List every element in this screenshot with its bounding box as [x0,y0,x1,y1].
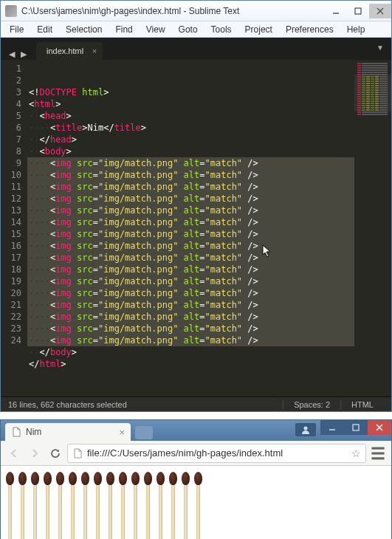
code-line[interactable]: ····<img·src="img/match.png"·alt="match"… [27,181,354,193]
code-line[interactable]: ····<img·src="img/match.png"·alt="match"… [27,240,354,252]
svg-point-4 [304,427,308,430]
line-number: 24 [1,334,21,346]
tab-history-forward-icon[interactable]: ▶ [18,49,29,60]
sublime-maximize-button[interactable] [347,4,369,18]
match-image [179,472,192,539]
line-number-gutter: 123456789101112131415161718192021222324 [1,60,27,396]
code-line[interactable]: ··<body> [27,145,354,157]
code-line[interactable]: ····<img·src="img/match.png"·alt="match"… [27,287,354,299]
code-line[interactable]: ····<img·src="img/match.png"·alt="match"… [27,228,354,240]
sublime-editor[interactable]: 123456789101112131415161718192021222324 … [1,60,391,396]
code-line[interactable]: ····<img·src="img/match.png"·alt="match"… [27,169,354,181]
code-line[interactable]: ··</body> [27,346,354,358]
code-line[interactable]: ····<img·src="img/match.png"·alt="match"… [27,216,354,228]
sublime-menubar: FileEditSelectionFindViewGotoToolsProjec… [1,21,391,38]
sublime-minimap[interactable] [354,60,391,396]
line-number: 23 [1,323,21,334]
line-number: 5 [1,110,21,122]
code-line[interactable]: ····<img·src="img/match.png"·alt="match"… [27,299,354,311]
sublime-title: C:\Users\james\nim\gh-pages\index.html -… [21,6,325,16]
line-number: 3 [1,86,21,98]
sublime-close-button[interactable] [369,4,391,18]
sublime-tab[interactable]: index.html × [36,42,103,60]
code-line[interactable]: </html> [27,358,354,370]
code-line[interactable]: <html> [27,98,354,110]
match-image [129,472,142,539]
menu-find[interactable]: Find [109,23,138,36]
menu-selection[interactable]: Selection [60,23,108,36]
chrome-maximize-button[interactable] [344,420,368,435]
line-number: 18 [1,264,21,275]
code-line[interactable]: ····<img·src="img/match.png"·alt="match"… [27,275,354,287]
status-spaces[interactable]: Spaces: 2 [283,400,340,409]
code-line[interactable]: ····<img·src="img/match.png"·alt="match"… [27,205,354,216]
line-number: 22 [1,311,21,323]
menu-tools[interactable]: Tools [205,23,238,36]
chrome-back-button[interactable] [5,444,23,462]
chrome-titlebar[interactable]: Nim × [1,420,391,441]
sublime-text-window: C:\Users\james\nim\gh-pages\index.html -… [0,0,392,412]
match-image [16,472,29,539]
code-line[interactable]: ····<img·src="img/match.png"·alt="match"… [27,264,354,275]
status-selection-info: 16 lines, 662 characters selected [8,400,283,409]
line-number: 13 [1,205,21,216]
chrome-menu-button[interactable] [369,444,387,462]
code-line[interactable]: ····<img src="img/match.png" alt="match"… [27,334,354,346]
tab-history-back-icon[interactable]: ◀ [7,49,17,60]
line-number: 16 [1,240,21,252]
tab-close-icon[interactable]: × [92,47,97,55]
match-image [154,472,167,539]
code-area[interactable]: <!DOCTYPE html><html>··<head>····<title>… [27,60,354,396]
page-favicon-icon [11,427,21,437]
line-number: 14 [1,216,21,228]
sublime-titlebar[interactable]: C:\Users\james\nim\gh-pages\index.html -… [1,1,391,21]
menu-project[interactable]: Project [239,23,278,36]
code-line[interactable]: ····<title>Nim</title> [27,122,354,134]
chrome-forward-button[interactable] [26,444,44,462]
line-number: 15 [1,228,21,240]
chrome-tab-close-icon[interactable]: × [119,427,125,438]
menu-help[interactable]: Help [341,23,371,36]
svg-rect-1 [355,8,361,14]
line-number: 12 [1,193,21,205]
chrome-reload-button[interactable] [47,444,64,462]
code-line[interactable]: ····<img·src="img/match.png"·alt="match"… [27,252,354,264]
line-number: 6 [1,122,21,134]
menu-edit[interactable]: Edit [31,23,58,36]
status-syntax[interactable]: HTML [340,400,384,409]
match-image [167,472,179,539]
match-image [4,472,16,539]
chrome-minimize-button[interactable] [320,420,344,435]
line-number: 20 [1,287,21,299]
sublime-app-icon [5,5,17,17]
code-line[interactable]: ····<img·src="img/match.png"·alt="match"… [27,323,354,334]
code-line[interactable]: ··</head> [27,134,354,145]
file-scheme-icon [72,448,83,459]
chrome-profile-button[interactable] [295,423,316,436]
code-line[interactable]: ····<img·src="img/match.png"·alt="match"… [27,157,354,169]
code-line[interactable]: <!DOCTYPE html> [27,86,354,98]
match-image [29,472,41,539]
chrome-bookmark-star-icon[interactable]: ☆ [351,447,361,459]
sublime-minimize-button[interactable] [325,4,347,18]
menu-file[interactable]: File [4,23,30,36]
chrome-close-button[interactable] [368,420,391,435]
code-line[interactable]: ····<img·src="img/match.png"·alt="match"… [27,311,354,323]
svg-rect-6 [353,425,359,430]
chrome-omnibox[interactable]: file:///C:/Users/james/nim/gh-pages/inde… [67,444,366,463]
menu-preferences[interactable]: Preferences [280,23,340,36]
menu-goto[interactable]: Goto [173,23,204,36]
match-image [117,472,129,539]
chrome-new-tab-button[interactable] [135,426,153,439]
match-image [54,472,66,539]
chrome-tab-title: Nim [26,427,41,437]
chrome-tab[interactable]: Nim × [5,423,131,441]
line-number: 17 [1,252,21,264]
tab-dropdown-icon[interactable]: ▼ [376,44,384,52]
line-number: 11 [1,181,21,193]
match-image [41,472,54,539]
line-number: 8 [1,145,21,157]
code-line[interactable]: ····<img·src="img/match.png"·alt="match"… [27,193,354,205]
code-line[interactable]: ··<head> [27,110,354,122]
menu-view[interactable]: View [140,23,171,36]
